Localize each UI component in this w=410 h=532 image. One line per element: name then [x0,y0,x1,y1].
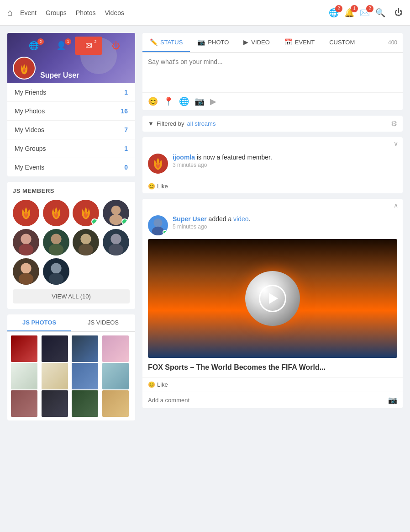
composer-input[interactable] [148,58,397,85]
members-card: JS MEMBERS [7,182,135,309]
media-thumb-10[interactable] [42,390,68,417]
camera-icon[interactable]: 📷 [194,96,205,106]
svg-point-16 [152,227,164,235]
location-icon[interactable]: 📍 [163,96,173,106]
media-thumb-3[interactable] [72,335,98,362]
media-card: JS PHOTOS JS VIDEOS [7,314,135,420]
video-activity-avatar[interactable] [148,215,168,235]
member-avatar-1[interactable] [13,200,39,226]
member-avatar-6[interactable] [43,229,69,255]
content-area: ✏️ STATUS 📷 PHOTO ▶ VIDEO 📅 EVENT CUSTOM [142,33,403,414]
svg-point-7 [80,234,91,244]
svg-point-3 [21,234,31,244]
members-title: JS MEMBERS [13,187,130,194]
composer-tab-photo[interactable]: 📷 PHOTO [190,33,236,52]
composer-tab-custom[interactable]: CUSTOM [322,33,362,52]
profile-mail-badge: 2 [92,38,99,45]
media-thumb-12[interactable] [102,390,129,417]
member-avatar-2[interactable] [43,200,69,226]
member-avatar-8[interactable] [103,229,129,255]
svg-point-8 [79,244,93,255]
nav-photos[interactable]: Photos [76,9,96,16]
nav-videos[interactable]: Videos [105,9,124,16]
nav-groups[interactable]: Groups [46,9,67,16]
member-avatar-7[interactable] [73,229,99,255]
sidebar-item-groups[interactable]: My Groups 1 [7,139,135,158]
member-avatar-4[interactable] [103,200,129,226]
comment-camera-icon[interactable]: 📷 [388,396,397,404]
profile-person-icon[interactable]: 👤 1 [47,37,75,55]
tab-js-photos[interactable]: JS PHOTOS [7,314,71,331]
sidebar-item-photos[interactable]: My Photos 16 [7,102,135,121]
activity-like-button[interactable]: 😊 Like [142,179,403,193]
tab-js-videos[interactable]: JS VIDEOS [71,314,135,331]
comment-input[interactable] [148,397,388,404]
video-activity-time: 5 minutes ago [173,223,397,230]
activity-user-link[interactable]: ijoomla [173,154,195,161]
gear-icon[interactable]: ⚙ [391,119,397,128]
nav-icon-group: 🌐 2 🔔 1 ✉️ 2 🔍 ⏻ [329,8,403,18]
char-count: 400 [388,39,397,46]
video-user-link[interactable]: Super User [173,215,207,223]
media-thumb-6[interactable] [42,363,68,389]
video-action-link[interactable]: video [233,215,248,223]
profile-person-badge: 1 [65,38,71,45]
profile-top-icons: 🌐 2 👤 1 ✉ 2 ⏻ [7,33,135,59]
media-thumb-7[interactable] [72,363,98,389]
nav-event[interactable]: Event [20,9,37,16]
video-like-button[interactable]: 😊 Like [142,377,403,392]
svg-point-13 [51,263,61,273]
media-thumb-4[interactable] [102,335,129,362]
profile-globe-icon[interactable]: 🌐 2 [20,37,47,55]
media-thumb-9[interactable] [11,390,37,417]
profile-power-icon[interactable]: ⏻ [102,37,130,55]
sidebar-item-events[interactable]: My Events 0 [7,158,135,176]
member-avatar-9[interactable] [13,258,39,285]
play-icon[interactable]: ▶ [210,96,216,106]
home-icon[interactable]: ⌂ [7,7,13,18]
collapse-icon[interactable]: ∨ [394,140,398,147]
emoji-icon[interactable]: 😊 [148,96,158,106]
sidebar: 🌐 2 👤 1 ✉ 2 ⏻ [7,33,135,420]
top-navigation: ⌂ Event Groups Photos Videos 🌐 2 🔔 1 ✉️ … [0,0,410,26]
power-button[interactable]: ⏻ [394,8,403,17]
video-collapse-icon[interactable]: ∧ [394,202,398,209]
svg-point-14 [48,273,63,285]
mail-notification-icon[interactable]: ✉️ 2 [360,8,370,18]
media-thumb-8[interactable] [102,363,129,389]
composer-tab-video[interactable]: ▶ VIDEO [236,33,277,52]
search-icon[interactable]: 🔍 [375,8,385,18]
composer-tab-event[interactable]: 📅 EVENT [277,33,322,52]
member-avatar-5[interactable] [13,229,39,255]
media-thumb-1[interactable] [11,335,37,362]
member-avatar-10[interactable] [43,258,69,285]
globe-notification-icon[interactable]: 🌐 2 [329,8,339,18]
media-grid [7,332,135,420]
globe-icon[interactable]: 🌐 [179,96,189,106]
video-comment-row: 📷 [142,392,403,408]
members-grid [13,200,130,285]
view-all-button[interactable]: VIEW ALL (10) [13,289,130,303]
media-thumb-11[interactable] [72,390,98,417]
like-icon: 😊 [148,183,155,190]
bell-notification-icon[interactable]: 🔔 1 [344,8,354,18]
composer-actions: 😊 📍 🌐 📷 ▶ [142,92,403,110]
video-action-prefix: added a [209,215,234,223]
svg-point-1 [111,206,121,215]
member-avatar-3[interactable] [73,200,99,226]
media-tabs: JS PHOTOS JS VIDEOS [7,314,135,332]
play-button[interactable] [259,285,286,312]
video-like-label: Like [157,381,168,388]
avatar[interactable] [13,57,36,80]
activity-avatar-ijoomla[interactable] [148,154,168,174]
video-thumbnail[interactable] [148,239,397,358]
sidebar-item-friends[interactable]: My Friends 1 [7,83,135,102]
media-thumb-5[interactable] [11,363,37,389]
profile-mail-icon[interactable]: ✉ 2 [75,37,102,55]
composer-tab-status[interactable]: ✏️ STATUS [142,33,190,52]
activity-text: ijoomla is now a featured member. 3 minu… [173,154,397,168]
activity-card-ijoomla: ∨ ijoomla is now a featured member. 3 mi… [142,137,403,193]
media-thumb-2[interactable] [42,335,68,362]
sidebar-item-videos[interactable]: My Videos 7 [7,121,135,139]
stream-filter-link[interactable]: all streams [187,120,216,127]
